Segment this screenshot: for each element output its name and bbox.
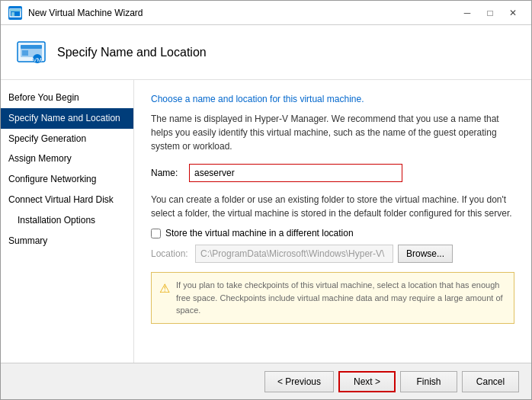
sidebar-item-before-you-begin[interactable]: Before You Begin — [1, 88, 133, 108]
intro-text: Choose a name and location for this virt… — [151, 94, 514, 104]
sidebar-item-connect-vhd[interactable]: Connect Virtual Hard Disk — [1, 190, 133, 210]
sidebar-item-summary[interactable]: Summary — [1, 231, 133, 251]
warning-icon: ⚠ — [159, 280, 170, 298]
footer: < Previous Next > Finish Cancel — [1, 363, 531, 399]
finish-button[interactable]: Finish — [400, 371, 457, 392]
header-icon: VM — [16, 40, 46, 65]
name-row: Name: — [151, 164, 514, 182]
close-button[interactable]: ✕ — [502, 5, 524, 21]
checkbox-row: Store the virtual machine in a different… — [151, 228, 514, 238]
location-input[interactable] — [195, 245, 393, 263]
window-icon — [8, 6, 22, 20]
name-input[interactable] — [189, 164, 402, 182]
content-area: Before You Begin Specify Name and Locati… — [1, 80, 531, 363]
svg-rect-6 — [22, 50, 28, 56]
minimize-button[interactable]: ─ — [457, 5, 478, 21]
titlebar-left: New Virtual Machine Wizard — [8, 6, 143, 20]
titlebar-controls: ─ □ ✕ — [457, 5, 524, 21]
page-title: Specify Name and Location — [57, 46, 207, 59]
sidebar-item-specify-name[interactable]: Specify Name and Location — [1, 108, 133, 129]
sidebar-item-assign-memory[interactable]: Assign Memory — [1, 149, 133, 169]
location-description: You can create a folder or use an existi… — [151, 193, 514, 220]
location-row: Location: Browse... — [151, 245, 514, 263]
next-button[interactable]: Next > — [338, 371, 396, 392]
warning-text: If you plan to take checkpoints of this … — [176, 279, 506, 317]
main-window: New Virtual Machine Wizard ─ □ ✕ VM Spec… — [0, 0, 532, 400]
svg-rect-1 — [10, 9, 21, 11]
warning-box: ⚠ If you plan to take checkpoints of thi… — [151, 272, 514, 324]
sidebar: Before You Begin Specify Name and Locati… — [1, 80, 134, 363]
name-label: Name: — [151, 168, 181, 178]
browse-button[interactable]: Browse... — [398, 245, 453, 263]
sidebar-item-installation-options[interactable]: Installation Options — [1, 210, 133, 231]
svg-text:VM: VM — [33, 56, 42, 62]
titlebar: New Virtual Machine Wizard ─ □ ✕ — [1, 1, 531, 25]
cancel-button[interactable]: Cancel — [462, 371, 519, 392]
svg-rect-2 — [11, 12, 14, 16]
location-checkbox[interactable] — [151, 229, 161, 238]
window-title: New Virtual Machine Wizard — [28, 8, 143, 18]
main-panel: Choose a name and location for this virt… — [134, 80, 531, 363]
sidebar-item-specify-generation[interactable]: Specify Generation — [1, 129, 133, 149]
description-text: The name is displayed in Hyper-V Manager… — [151, 112, 514, 153]
previous-button[interactable]: < Previous — [264, 371, 334, 392]
header-section: VM Specify Name and Location — [1, 25, 531, 80]
sidebar-item-configure-networking[interactable]: Configure Networking — [1, 169, 133, 190]
checkbox-label: Store the virtual machine in a different… — [165, 228, 354, 238]
maximize-button[interactable]: □ — [479, 5, 501, 21]
svg-rect-5 — [21, 45, 42, 49]
location-label: Location: — [151, 248, 191, 259]
